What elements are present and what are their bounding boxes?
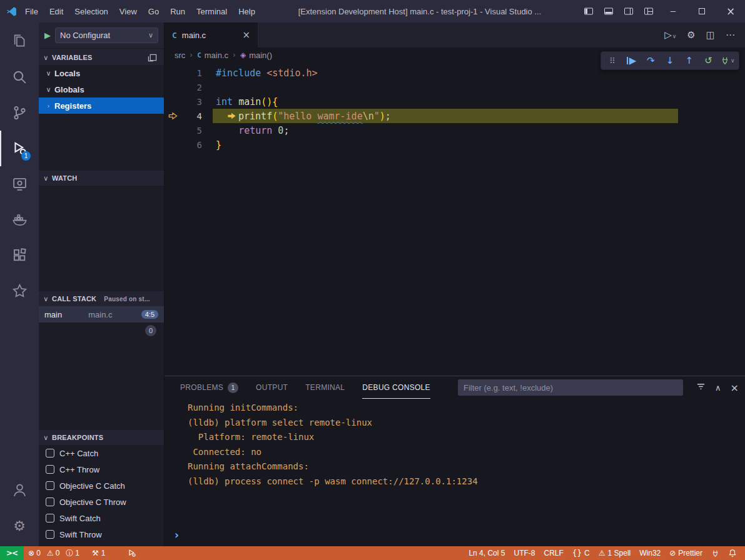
panel-layout-icon[interactable] — [148, 53, 161, 62]
debug-console-output[interactable]: Running initCommands:(lldb) platform sel… — [165, 399, 745, 546]
maximize-button[interactable] — [687, 0, 716, 22]
start-debugging-button[interactable]: ▶ — [44, 31, 51, 40]
maximize-panel-icon[interactable]: ∧ — [715, 383, 721, 392]
debug-config-dropdown[interactable]: No Configurat ∨ — [55, 28, 158, 43]
account-icon[interactable] — [0, 472, 39, 508]
menu-run[interactable]: Run — [165, 4, 191, 19]
debug-current-line-arrow-icon[interactable] — [165, 111, 181, 121]
menu-help[interactable]: Help — [233, 4, 261, 19]
split-editor-icon[interactable]: ◫ — [706, 29, 715, 41]
breadcrumb-symbol[interactable]: ◈ main() — [240, 51, 272, 60]
toggle-primary-sidebar-icon[interactable] — [579, 0, 599, 22]
console-filter-input[interactable] — [458, 379, 683, 396]
breakpoint-checkbox[interactable] — [46, 481, 54, 490]
filter-icon[interactable] — [696, 382, 706, 393]
breakpoint-checkbox[interactable] — [46, 498, 54, 506]
source-control-icon[interactable] — [0, 95, 39, 131]
breakpoint-row[interactable]: Objective C Catch — [39, 478, 164, 494]
star-icon[interactable] — [0, 273, 39, 309]
code-line[interactable]: 2 — [165, 80, 745, 94]
step-into-icon[interactable]: ↓ — [662, 55, 678, 66]
panel-tab-debug-console[interactable]: DEBUG CONSOLE — [362, 376, 430, 399]
breakpoint-row[interactable]: C++ Catch — [39, 445, 164, 461]
language-mode[interactable]: {}C — [568, 546, 594, 560]
call-stack-frame[interactable]: main main.c 4:5 — [39, 306, 164, 322]
menu-selection[interactable]: Selection — [69, 4, 113, 19]
explorer-icon[interactable] — [0, 24, 39, 59]
remote-explorer-icon[interactable] — [0, 166, 39, 202]
run-or-debug-button[interactable]: ▷∨ — [664, 29, 676, 41]
breakpoint-row[interactable]: Swift Throw — [39, 526, 164, 542]
restart-icon[interactable]: ↺ — [701, 55, 717, 66]
platform-indicator[interactable]: Win32 — [635, 546, 665, 560]
breakpoint-checkbox[interactable] — [46, 514, 54, 522]
chevron-down-icon: ∨ — [44, 86, 53, 94]
extensions-icon[interactable] — [0, 238, 39, 273]
docker-icon[interactable] — [0, 202, 39, 238]
variables-item-globals[interactable]: ∨Globals — [39, 81, 164, 98]
minimize-button[interactable]: ─ — [659, 0, 687, 22]
debug-status-icon[interactable] — [123, 546, 141, 560]
breakpoint-checkbox[interactable] — [46, 530, 54, 539]
code-line[interactable]: 4printf("hello wamr-ide\n"); — [165, 109, 745, 123]
menu-file[interactable]: File — [19, 4, 44, 19]
panel-tab-terminal[interactable]: TERMINAL — [305, 376, 345, 399]
disconnect-icon[interactable]: ∨ — [719, 56, 736, 65]
drag-handle-icon[interactable]: ⠿ — [604, 56, 621, 66]
call-stack-header[interactable]: ∨ CALL STACK Paused on st... — [39, 291, 164, 306]
breakpoint-row[interactable]: Objective C Throw — [39, 494, 164, 510]
code-editor[interactable]: 1#include <stdio.h>23int main(){4printf(… — [165, 62, 745, 376]
close-panel-icon[interactable]: × — [731, 382, 739, 394]
panel-tab-output[interactable]: OUTPUT — [256, 376, 288, 399]
variables-header[interactable]: ∨ VARIABLES — [39, 50, 164, 65]
problems-status[interactable]: ⊗0 ⚠0 ⓘ1 — [24, 546, 88, 560]
frame-location-badge: 4:5 — [141, 310, 158, 319]
close-button[interactable]: × — [716, 0, 745, 22]
search-icon[interactable] — [0, 59, 39, 95]
breakpoint-row[interactable]: Swift Catch — [39, 510, 164, 526]
customize-layout-icon[interactable] — [639, 0, 659, 22]
variables-item-locals[interactable]: ∨Locals — [39, 65, 164, 81]
code-line[interactable]: 3int main(){ — [165, 94, 745, 109]
breakpoints-header[interactable]: ∨ BREAKPOINTS — [39, 430, 164, 445]
menu-go[interactable]: Go — [143, 4, 165, 19]
breadcrumb-file[interactable]: C main.c — [197, 51, 228, 60]
run-and-debug-icon[interactable]: 1 — [0, 131, 39, 166]
code-line[interactable]: 6} — [165, 138, 745, 152]
settings-gear-icon[interactable]: ⚙ — [687, 29, 695, 41]
step-out-icon[interactable]: ↑ — [681, 55, 697, 66]
continue-icon[interactable]: ▶ — [624, 55, 640, 66]
console-line: Running initCommands: — [188, 402, 745, 418]
panel-tab-problems[interactable]: PROBLEMS1 — [180, 376, 238, 399]
spell-checker-status[interactable]: ⚠1 Spell — [594, 546, 635, 560]
step-over-icon[interactable]: ↷ — [642, 55, 659, 66]
info-icon: ⓘ — [66, 548, 73, 559]
cursor-position[interactable]: Ln 4, Col 5 — [464, 546, 509, 560]
close-tab-icon[interactable]: × — [242, 29, 250, 41]
breakpoint-row[interactable]: C++ Throw — [39, 461, 164, 478]
breakpoint-checkbox[interactable] — [46, 449, 54, 458]
toggle-secondary-sidebar-icon[interactable] — [619, 0, 639, 22]
formatter-status[interactable]: ⊘Prettier — [665, 546, 707, 560]
variables-item-registers[interactable]: ›Registers — [39, 98, 164, 114]
settings-gear-icon[interactable]: ⚙ — [0, 508, 39, 544]
toggle-panel-icon[interactable] — [599, 0, 619, 22]
menu-view[interactable]: View — [114, 4, 143, 19]
code-line[interactable]: 5 return 0; — [165, 123, 745, 138]
breakpoints-section: ∨ BREAKPOINTS C++ CatchC++ ThrowObjectiv… — [39, 430, 164, 546]
eol-indicator[interactable]: CRLF — [539, 546, 567, 560]
console-prompt-chevron[interactable]: › — [175, 529, 179, 541]
menu-terminal[interactable]: Terminal — [191, 4, 233, 19]
breakpoint-checkbox[interactable] — [46, 465, 54, 474]
menu-edit[interactable]: Edit — [44, 4, 69, 19]
more-actions-icon[interactable]: ⋯ — [726, 29, 735, 41]
plug-icon[interactable] — [707, 546, 724, 560]
remote-indicator[interactable]: >< — [0, 546, 24, 560]
notifications-bell-icon[interactable] — [724, 546, 741, 560]
tools-status[interactable]: ⚒1 — [88, 546, 109, 560]
tab-main-c[interactable]: C main.c × — [165, 22, 258, 48]
warning-icon: ⚠ — [599, 549, 606, 558]
breadcrumb-src[interactable]: src — [175, 51, 185, 60]
watch-header[interactable]: ∨ WATCH — [39, 171, 164, 186]
encoding-indicator[interactable]: UTF-8 — [509, 546, 539, 560]
